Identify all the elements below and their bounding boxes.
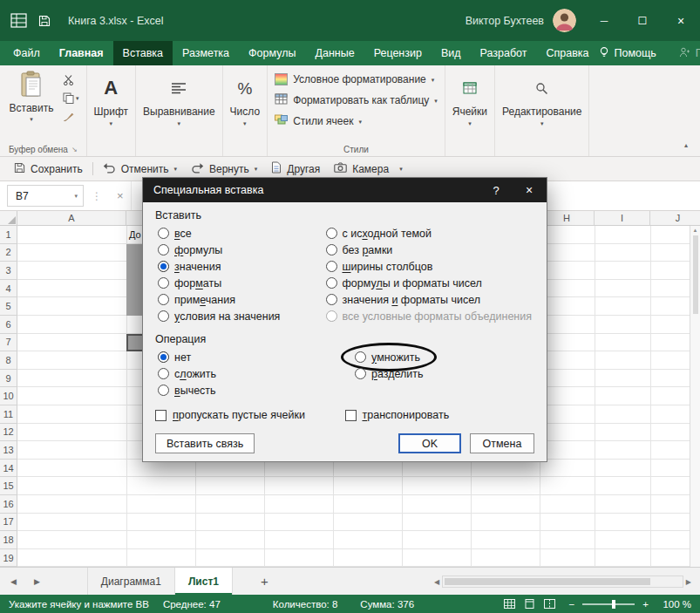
qat-save-button[interactable]: Сохранить <box>7 157 90 180</box>
radio-умножить[interactable]: умножить <box>352 349 423 365</box>
row-header-2[interactable]: 2 <box>0 244 17 262</box>
row-header-14[interactable]: 14 <box>0 460 17 478</box>
row-header-18[interactable]: 18 <box>0 531 17 549</box>
copy-button[interactable]: ▾ <box>63 92 79 104</box>
row-header-11[interactable]: 11 <box>0 405 17 424</box>
radio-значения[interactable]: значения <box>155 258 223 275</box>
row-header-8[interactable]: 8 <box>0 351 17 370</box>
row-header-19[interactable]: 19 <box>0 549 17 567</box>
radio-ширины-столбцов[interactable]: ширины столбцов <box>323 258 436 275</box>
row-header-16[interactable]: 16 <box>0 495 17 514</box>
font-group[interactable]: А Шрифт ▾ <box>87 65 136 156</box>
tab-Данные[interactable]: Данные <box>305 41 364 65</box>
column-header-H[interactable]: H <box>540 211 595 226</box>
paste-button[interactable]: Вставить ▾ <box>7 69 56 122</box>
row-header-13[interactable]: 13 <box>0 441 17 460</box>
zoom-out-icon[interactable]: − <box>569 599 575 610</box>
row-header-15[interactable]: 15 <box>0 477 17 495</box>
radio-форматы[interactable]: форматы <box>155 275 224 291</box>
help-button[interactable]: Помощь <box>599 46 656 61</box>
quick-save-icon[interactable] <box>38 15 51 27</box>
minimize-button[interactable]: ─ <box>585 0 623 41</box>
scroll-left-icon[interactable]: ◀ <box>434 578 439 586</box>
select-all-corner[interactable] <box>0 211 17 226</box>
number-group[interactable]: % Число ▾ <box>223 65 268 156</box>
tab-Вид[interactable]: Вид <box>432 41 471 65</box>
vertical-scrollbar[interactable]: ▲ <box>690 226 700 567</box>
tab-Рецензир[interactable]: Рецензир <box>364 41 432 65</box>
collapse-ribbon-button[interactable]: ▴ <box>684 141 688 149</box>
dialog-help-button[interactable]: ? <box>480 184 512 197</box>
radio-значения-и-форматы-чисел[interactable]: значения и форматы чисел <box>323 291 484 308</box>
row-header-12[interactable]: 12 <box>0 424 17 442</box>
tab-Справка[interactable]: Справка <box>537 41 599 65</box>
column-header-I[interactable]: I <box>595 211 650 226</box>
radio-разделить[interactable]: разделить <box>352 365 426 382</box>
sheet-tab-Диаграмма1[interactable]: Диаграмма1 <box>87 568 175 595</box>
radio-вычесть[interactable]: вычесть <box>155 382 219 398</box>
radio-нет[interactable]: нет <box>155 349 194 365</box>
name-box-caret-icon[interactable]: ▾ <box>69 193 83 200</box>
hscroll-track[interactable] <box>442 576 683 588</box>
radio-примечания[interactable]: примечания <box>155 291 238 308</box>
row-header-1[interactable]: 1 <box>0 226 17 244</box>
row-header-7[interactable]: 7 <box>0 334 17 352</box>
excel-app-icon[interactable] <box>10 13 27 28</box>
paste-link-button[interactable]: Вставить связь <box>155 433 255 453</box>
sheet-tab-Лист1[interactable]: Лист1 <box>175 568 233 595</box>
formula-bar-splitter[interactable]: ⋮ <box>92 190 102 202</box>
vscroll-thumb[interactable] <box>693 235 698 314</box>
radio-с-исходной-темой[interactable]: с исходной темой <box>323 225 434 242</box>
dialog-close-button[interactable]: × <box>512 183 547 197</box>
next-sheet-icon[interactable]: ▶ <box>34 577 40 586</box>
radio-формулы[interactable]: формулы <box>155 242 225 258</box>
radio-сложить[interactable]: сложить <box>155 365 219 382</box>
row-header-6[interactable]: 6 <box>0 316 17 334</box>
checkbox-транспонировать[interactable]: транспонировать <box>345 409 535 421</box>
user-name[interactable]: Виктор Бухтеев <box>466 15 544 27</box>
editing-group[interactable]: Редактирование ▾ <box>495 65 589 156</box>
tab-Главная[interactable]: Главная <box>50 41 113 65</box>
zoom-level[interactable]: 100 % <box>656 599 691 610</box>
name-box[interactable]: B7 ▾ <box>7 185 84 207</box>
tab-Разметка[interactable]: Разметка <box>173 41 239 65</box>
status-stat[interactable]: Количество: 8 <box>273 599 338 610</box>
radio-условия-на-значения[interactable]: условия на значения <box>155 308 282 324</box>
horizontal-scrollbar[interactable]: ◀ ▶ <box>434 574 691 589</box>
column-header-A[interactable]: A <box>17 211 126 226</box>
cancel-entry-icon[interactable]: × <box>117 189 124 202</box>
column-header-J[interactable]: J <box>650 211 700 226</box>
page-layout-view-icon[interactable] <box>524 599 535 609</box>
page-break-view-icon[interactable] <box>544 599 555 609</box>
row-header-10[interactable]: 10 <box>0 387 17 405</box>
scroll-up-icon[interactable]: ▲ <box>693 228 698 233</box>
close-button[interactable]: × <box>662 0 700 41</box>
zoom-slider-thumb[interactable] <box>612 600 615 609</box>
qat-more-icon[interactable]: ▾ <box>399 166 403 173</box>
tab-Формулы[interactable]: Формулы <box>239 41 305 65</box>
row-header-17[interactable]: 17 <box>0 514 17 532</box>
ok-button[interactable]: OK <box>398 433 461 453</box>
status-stat[interactable]: Сумма: 376 <box>360 599 414 610</box>
cell-styles-button[interactable]: Стили ячеек ▾ <box>275 111 362 132</box>
cancel-button[interactable]: Отмена <box>470 433 534 453</box>
row-header-3[interactable]: 3 <box>0 262 17 280</box>
tab-Разработ[interactable]: Разработ <box>471 41 537 65</box>
zoom-in-icon[interactable]: + <box>642 599 649 610</box>
status-stat[interactable]: Среднее: 47 <box>163 599 221 610</box>
format-painter-button[interactable] <box>63 111 74 122</box>
row-header-9[interactable]: 9 <box>0 370 17 388</box>
conditional-formatting-button[interactable]: Условное форматирование ▾ <box>275 69 434 90</box>
cells-group[interactable]: Ячейки ▾ <box>445 65 495 156</box>
add-sheet-button[interactable]: + <box>245 568 284 595</box>
maximize-button[interactable]: ☐ <box>623 0 662 41</box>
checkbox-пропускать-пустые-ячейки[interactable]: пропускать пустые ячейки <box>155 409 345 421</box>
user-avatar[interactable] <box>553 9 576 32</box>
alignment-group[interactable]: Выравнивание ▾ <box>136 65 223 156</box>
dialog-titlebar[interactable]: Специальная вставка ? × <box>143 178 547 202</box>
radio-все[interactable]: все <box>155 225 194 242</box>
tab-Файл[interactable]: Файл <box>3 41 50 65</box>
format-as-table-button[interactable]: Форматировать как таблицу ▾ <box>275 90 438 111</box>
cut-button[interactable] <box>63 74 74 85</box>
row-header-5[interactable]: 5 <box>0 297 17 316</box>
